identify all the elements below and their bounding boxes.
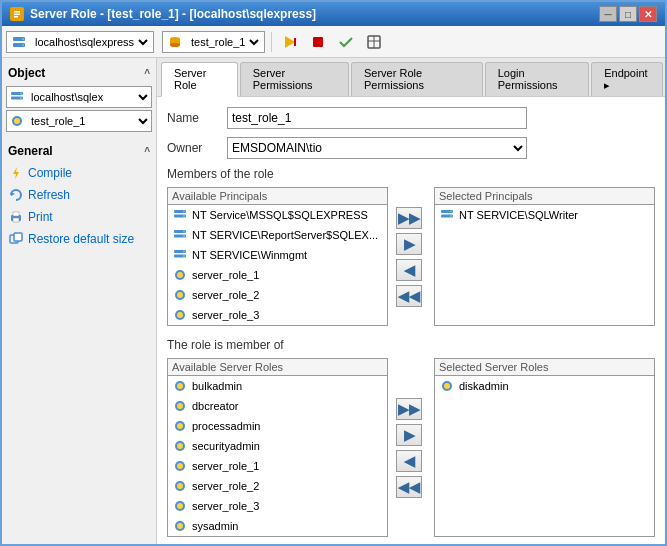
list-item[interactable]: bulkadmin [168, 376, 387, 396]
list-item[interactable]: NT Service\MSSQL$SQLEXPRESS [168, 205, 387, 225]
list-item[interactable]: processadmin [168, 416, 387, 436]
selected-principals-panel: Selected Principals NT SERVICE\SQLWriter [434, 187, 655, 326]
svg-point-50 [450, 211, 452, 213]
available-server-roles-list[interactable]: bulkadmin dbcreator [167, 375, 388, 537]
main-content: Object ^ localhost\sqlex [2, 58, 665, 544]
add-all-button[interactable]: ▶▶ [396, 207, 422, 229]
close-button[interactable]: ✕ [639, 6, 657, 22]
general-section-header[interactable]: General ^ [6, 140, 152, 162]
compile-action[interactable]: Compile [6, 162, 152, 184]
database-dropdown-wrapper[interactable]: test_role_1 [162, 31, 265, 53]
database-select[interactable]: test_role_1 [187, 32, 262, 52]
svg-rect-27 [13, 218, 19, 222]
list-item[interactable]: server_role_2 [168, 476, 387, 496]
role3-icon [172, 307, 188, 323]
svg-point-33 [183, 215, 185, 217]
results-button[interactable] [362, 30, 386, 54]
stop-button[interactable] [306, 30, 330, 54]
svg-point-40 [183, 251, 185, 253]
name-row: Name [167, 107, 655, 129]
list-item[interactable]: NT SERVICE\Winmgmt [168, 245, 387, 265]
list-item-label: server_role_1 [192, 269, 259, 281]
nt-service3-icon [172, 247, 188, 263]
owner-select[interactable]: EMSDOMAIN\tio [228, 138, 526, 158]
refresh-icon [8, 187, 24, 203]
general-chevron-icon: ^ [144, 146, 150, 157]
list-item[interactable]: server_role_3 [168, 496, 387, 516]
server-select[interactable]: localhost\sqlexpress [31, 32, 151, 52]
compile-label: Compile [28, 166, 72, 180]
lightning-icon [8, 165, 24, 181]
srole1-icon [172, 458, 188, 474]
svg-marker-23 [13, 167, 19, 179]
selected-principals-title: Selected Principals [434, 187, 655, 204]
remove-all-roles-button[interactable]: ◀◀ [396, 476, 422, 498]
server-object-select[interactable]: localhost\sqlex [27, 87, 151, 107]
content-area: Server Role Server Permissions Server Ro… [157, 58, 665, 544]
svg-point-47 [177, 312, 183, 318]
title-bar-left: Server Role - [test_role_1] - [localhost… [10, 7, 316, 21]
bulkadmin-icon [172, 378, 188, 394]
list-item[interactable]: NT SERVICE\SQLWriter [435, 205, 654, 225]
list-item[interactable]: diskadmin [435, 376, 654, 396]
list-item[interactable]: sysadmin [168, 516, 387, 536]
add-role-button[interactable]: ▶ [396, 424, 422, 446]
add-all-roles-button[interactable]: ▶▶ [396, 398, 422, 420]
list-item-label: NT SERVICE\Winmgmt [192, 249, 307, 261]
parse-button[interactable] [334, 30, 358, 54]
svg-rect-13 [313, 37, 323, 47]
svg-point-57 [177, 423, 183, 429]
name-input[interactable] [227, 107, 527, 129]
list-item[interactable]: server_role_1 [168, 456, 387, 476]
tab-server-role[interactable]: Server Role [161, 62, 238, 97]
svg-point-32 [183, 211, 185, 213]
tab-login-permissions[interactable]: Login Permissions [485, 62, 589, 96]
remove-all-button[interactable]: ◀◀ [396, 285, 422, 307]
svg-marker-11 [285, 36, 295, 48]
members-arrow-panel: ▶▶ ▶ ◀ ◀◀ [396, 187, 426, 326]
svg-point-53 [177, 383, 183, 389]
tabs-bar: Server Role Server Permissions Server Ro… [157, 58, 665, 97]
server-object-dropdown[interactable]: localhost\sqlex [6, 86, 152, 108]
selected-server-roles-list[interactable]: diskadmin [434, 375, 655, 537]
list-item[interactable]: server_role_3 [168, 305, 387, 325]
refresh-action[interactable]: Refresh [6, 184, 152, 206]
execute-button[interactable] [278, 30, 302, 54]
minimize-button[interactable]: ─ [599, 6, 617, 22]
object-section-header[interactable]: Object ^ [6, 62, 152, 84]
members-section-title: Members of the role [167, 167, 655, 181]
sqlwriter-icon [439, 207, 455, 223]
add-button[interactable]: ▶ [396, 233, 422, 255]
toolbar: localhost\sqlexpress test_role_1 [2, 26, 665, 58]
tab-content: Name Owner EMSDOMAIN\tio Members of the … [157, 97, 665, 544]
server-dropdown-wrapper[interactable]: localhost\sqlexpress [6, 31, 154, 53]
remove-button[interactable]: ◀ [396, 259, 422, 281]
owner-select-wrapper[interactable]: EMSDOMAIN\tio [227, 137, 527, 159]
tab-server-permissions[interactable]: Server Permissions [240, 62, 349, 96]
available-principals-list[interactable]: NT Service\MSSQL$SQLEXPRESS NT SERVICE\R… [167, 204, 388, 326]
selected-principals-list[interactable]: NT SERVICE\SQLWriter [434, 204, 655, 326]
tab-endpoint[interactable]: Endpoint ▸ [591, 62, 663, 96]
list-item[interactable]: server_role_1 [168, 265, 387, 285]
maximize-button[interactable]: □ [619, 6, 637, 22]
svg-point-69 [444, 383, 450, 389]
svg-rect-3 [14, 16, 18, 18]
list-item-label: dbcreator [192, 400, 238, 412]
owner-label: Owner [167, 141, 227, 155]
list-item[interactable]: NT SERVICE\ReportServer$SQLEX... [168, 225, 387, 245]
list-item[interactable]: dbcreator [168, 396, 387, 416]
list-item[interactable]: securityadmin [168, 436, 387, 456]
role-object-icon [7, 111, 27, 131]
database-object-select[interactable]: test_role_1 [27, 111, 151, 131]
remove-role-button[interactable]: ◀ [396, 450, 422, 472]
refresh-label: Refresh [28, 188, 70, 202]
tab-server-role-permissions[interactable]: Server Role Permissions [351, 62, 483, 96]
print-action[interactable]: Print [6, 206, 152, 228]
available-server-roles-title: Available Server Roles [167, 358, 388, 375]
diskadmin-icon [439, 378, 455, 394]
restore-action[interactable]: Restore default size [6, 228, 152, 250]
list-item-label: bulkadmin [192, 380, 242, 392]
database-object-dropdown[interactable]: test_role_1 [6, 110, 152, 132]
list-item-label: sysadmin [192, 520, 238, 532]
list-item[interactable]: server_role_2 [168, 285, 387, 305]
